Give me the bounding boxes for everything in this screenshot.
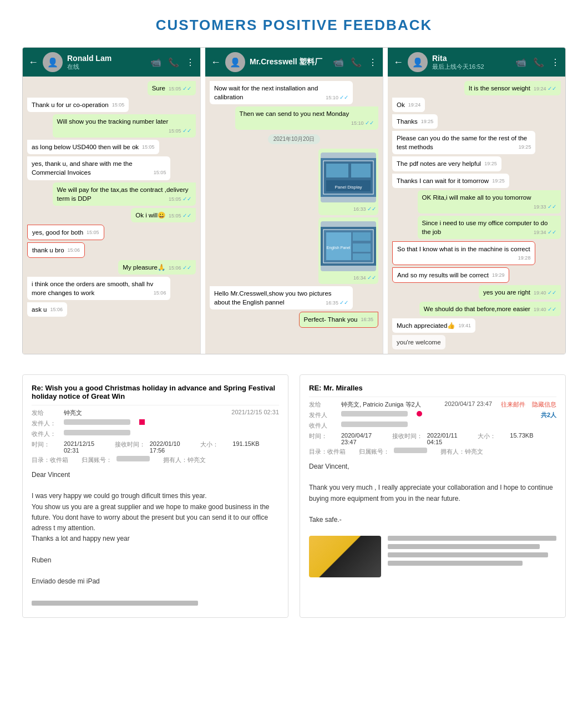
msg: Ok 19:24 [392,98,425,112]
msg-time: 15:05 ✓✓ [169,85,191,93]
email-from-blurred [64,419,130,425]
msg-time: 19:41 [458,322,471,329]
back-icon-3[interactable]: ← [393,57,403,68]
email-from-dot-2 [417,411,422,419]
chat-section: ← 👤 Ronald Lam 在线 📹 📞 ⋮ Sure 15:05 ✓✓ Th… [22,47,566,354]
msg-time: 19:28 [518,255,531,262]
msg-time: 19:24 [408,101,421,109]
email-account-blurred [116,456,150,461]
msg: Perfect- Thank you 16:35 [299,312,378,327]
email-time: 2021/12/15 02:31 [64,440,110,454]
email-size-val-2: 15.73KB [510,432,556,445]
msg-time: 15:05 [154,169,166,176]
chat-image-2: English Panel [321,221,376,271]
email-meta-date: 2021/12/15 02:31 [231,409,279,417]
email-folder-label: 目录：收件箱 [32,456,68,464]
msg: Ok i will😀 15:05 ✓✓ [131,208,196,222]
email-meta-row: 时间： 2021/12/15 02:31 接收时间： 2022/01/10 17… [32,440,279,454]
email-meta-label: 发给 [309,400,337,409]
phone-icon-1[interactable]: 📞 [168,57,179,68]
email-image-area [309,536,556,577]
video-icon-2[interactable]: 📹 [333,57,344,68]
msg-time: 16:35 [361,316,373,323]
chat-name-2: Mr.Cresswell 塑料厂 [250,57,328,67]
video-icon-3[interactable]: 📹 [515,57,526,68]
msg: Then we can send to you next Monday 15:1… [235,106,378,130]
msg: Hello Mr.Cresswell,show you two pictures… [210,286,353,309]
blurred-line-3 [388,552,548,557]
svg-text:Panel Display: Panel Display [335,185,362,190]
email-account-blurred-2 [394,448,427,453]
avatar-1: 👤 [43,52,63,72]
more-icon-1[interactable]: ⋮ [186,57,195,68]
chat-header-icons-2: 📹 📞 ⋮ [333,57,377,68]
phone-icon-3[interactable]: 📞 [533,57,544,68]
email-size: 191.15KB [232,440,279,454]
chat-name-1: Ronald Lam [67,54,146,63]
video-icon-1[interactable]: 📹 [150,57,161,68]
msg: So that I know what is in the machine is… [392,241,535,265]
msg-time: 19:40 ✓✓ [534,289,556,297]
msg: Thanks I can wait for it tomorrow 19:25 [392,174,509,188]
avatar-2: 👤 [225,52,245,72]
email-from-label-2: 发件人 [309,411,337,419]
email-date-2: 2020/04/17 23:47 [444,400,492,409]
email-meta-row: 目录：收件箱 归属账号： 拥有人：钟亮文 [309,448,556,456]
msg: ask u 15:06 [27,302,67,317]
email-subject-1: Re: Wish you a good Christmas holiday in… [32,384,279,400]
email-meta-label: 时间： [32,440,59,454]
chat-header-2: ← 👤 Mr.Cresswell 塑料厂 📹 📞 ⋮ [205,48,383,77]
blurred-line-1 [388,536,556,541]
msg: i think once the orders are smooth, shal… [27,277,170,300]
email-panel-1: Re: Wish you a good Christmas holiday in… [22,374,288,617]
chat-header-icons-1: 📹 📞 ⋮ [150,57,195,68]
chat-body-1: Sure 15:05 ✓✓ Thank u for ur co-operatio… [23,77,200,354]
msg: Sure 15:05 ✓✓ [148,81,196,95]
email-meta-label: 发件人： [32,419,59,428]
chat-window-2: ← 👤 Mr.Cresswell 塑料厂 📹 📞 ⋮ Now wait for … [205,48,383,354]
email-from-dot [139,419,145,428]
msg-time: 15:10 ✓✓ [326,94,348,101]
email-owner-label: 拥有人：钟亮文 [163,456,206,464]
blurred-line-2 [388,544,540,549]
msg-date: 2021年10月20日 [268,134,321,144]
msg-image-2: English Panel 16:34 ✓✓ [318,217,378,284]
email-signature-1: Ruben [32,555,279,566]
phone-icon-2[interactable]: 📞 [351,57,362,68]
chat-header-3: ← 👤 Rita 最后上线今天16:52 📹 📞 ⋮ [388,48,565,77]
email-meta-label: 收件人： [32,430,59,438]
email-meta-label: 发给 [32,409,59,417]
msg-time: 15:10 ✓✓ [351,119,374,127]
msg-time: 19:24 ✓✓ [534,85,556,93]
chat-status-3: 最后上线今天16:52 [432,63,511,71]
svg-rect-9 [353,232,371,241]
email-receive-label-2: 接收时间： [392,432,423,445]
email-to-blurred-2 [341,422,408,427]
msg-time: 15:05 [142,144,155,151]
msg: thank u bro 15:06 [27,242,85,258]
blurred-block [32,601,198,606]
msg: We should do that before,more easier 19:… [419,302,561,316]
msg: yes you are right 19:40 ✓✓ [479,285,561,299]
email-receive-val-2: 2022/01/11 04:15 [427,432,474,445]
email-greeting-2: Dear Vincent, [309,461,556,472]
back-icon-2[interactable]: ← [211,57,221,68]
msg-time: 15:05 [112,101,125,109]
more-icon-2[interactable]: ⋮ [368,57,377,68]
chat-window-3: ← 👤 Rita 最后上线今天16:52 📹 📞 ⋮ It is the sen… [388,48,565,354]
email-meta-row: 发给 钟亮文 2021/12/15 02:31 [32,409,279,417]
blurred-line-4 [388,561,523,566]
msg-time: 15:05 ✓✓ [169,127,191,135]
msg-time: 19:25 [421,118,434,125]
msg: yes, thank u, and share with me the Comm… [27,156,170,180]
msg-time: 19:40 ✓✓ [534,306,556,313]
email-blurred-footer [32,597,279,608]
msg: It is the sensor weight 19:24 ✓✓ [464,81,561,95]
email-meta-sender-2: 钟亮文, Patricio Zuniga 等2人 [341,400,440,409]
more-icon-3[interactable]: ⋮ [551,57,560,68]
email-to-label-2: 收件人 [309,422,337,430]
msg: yes, good for both 15:05 [27,225,104,240]
back-icon[interactable]: ← [28,57,38,68]
email-meta-row: 发件人： [32,419,279,428]
svg-rect-2 [326,164,348,177]
